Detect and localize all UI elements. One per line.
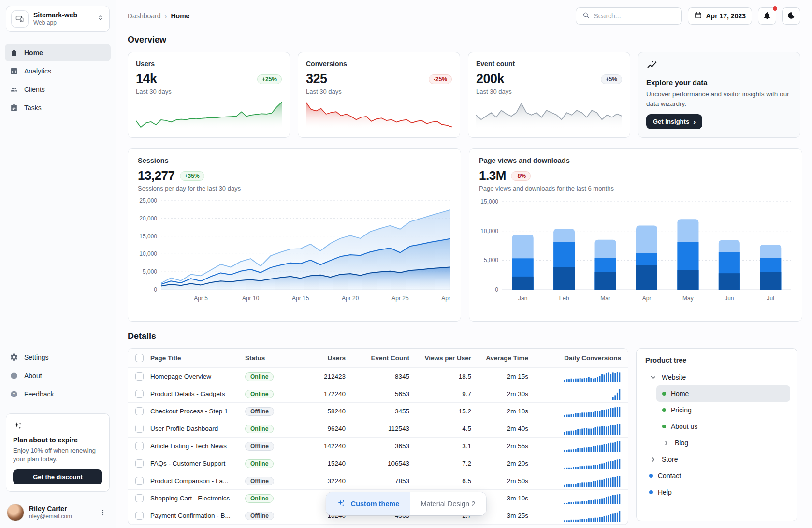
- daily-conversions-sparkline: [528, 406, 621, 417]
- select-all-checkbox[interactable]: [135, 354, 144, 362]
- custom-theme-option[interactable]: Custom theme: [326, 492, 410, 515]
- cell-page-title: Product Details - Gadgets: [150, 390, 245, 397]
- status-badge: Offline: [245, 442, 274, 451]
- col-event-count: Event Count: [346, 354, 409, 362]
- status-badge: Online: [245, 390, 274, 398]
- date-picker-button[interactable]: Apr 17, 2023: [688, 7, 753, 25]
- sidebar-item-label: Clients: [24, 86, 45, 93]
- insights-icon: [646, 60, 658, 73]
- tree-item-website[interactable]: Website: [643, 369, 790, 385]
- get-discount-button[interactable]: Get the discount: [13, 469, 102, 484]
- tree-item-about-us[interactable]: About us: [656, 418, 790, 435]
- dark-mode-toggle-button[interactable]: [782, 7, 800, 25]
- svg-text:Apr 20: Apr 20: [342, 295, 359, 302]
- row-checkbox[interactable]: [135, 372, 144, 381]
- tree-item-contact[interactable]: Contact: [643, 468, 790, 484]
- search-icon: [582, 11, 590, 21]
- cell-users: 15240: [291, 460, 346, 467]
- svg-text:Feb: Feb: [559, 295, 569, 302]
- unfold-more-icon: [97, 14, 104, 24]
- bell-icon: [763, 11, 771, 21]
- material-design-2-option[interactable]: Material Design 2: [410, 492, 486, 515]
- moon-icon: [787, 11, 796, 21]
- cell-page-title: Homepage Overview: [150, 373, 245, 380]
- pageviews-title: Page views and downloads: [479, 157, 792, 164]
- sessions-caption: Sessions per day for the last 30 days: [138, 185, 451, 192]
- table-row: FAQs - Customer Support Online 15240 106…: [128, 455, 628, 472]
- svg-text:Apr 10: Apr 10: [242, 295, 260, 302]
- sidebar-item-about[interactable]: About: [5, 367, 111, 384]
- sidebar-item-tasks[interactable]: Tasks: [5, 99, 111, 117]
- cell-event-count: 5653: [346, 390, 409, 397]
- cell-views-per-user: 15.2: [409, 408, 471, 415]
- stat-delta-badge: +25%: [257, 74, 282, 84]
- daily-conversions-sparkline: [528, 440, 621, 452]
- tree-item-label: Home: [671, 390, 689, 397]
- plan-card-title: Plan about to expire: [13, 436, 102, 444]
- tree-item-blog[interactable]: Blog: [656, 435, 790, 451]
- blue-dot-icon: [649, 490, 653, 494]
- status-badge: Offline: [245, 477, 274, 485]
- tree-item-home[interactable]: Home: [656, 385, 790, 402]
- tree-item-store[interactable]: Store: [643, 451, 790, 468]
- svg-text:Apr 25: Apr 25: [392, 295, 409, 302]
- row-checkbox[interactable]: [135, 477, 144, 485]
- chevron-right-icon: ›: [693, 118, 696, 125]
- sidebar: Sitemark-web Web app Home Analytics Clie…: [0, 0, 116, 528]
- row-checkbox[interactable]: [135, 512, 144, 520]
- get-insights-button[interactable]: Get insights ›: [646, 114, 702, 129]
- plan-expiry-card: Plan about to expire Enjoy 10% off when …: [6, 413, 110, 492]
- svg-text:5,000: 5,000: [143, 268, 157, 275]
- chevron-right-icon: [662, 439, 670, 447]
- cell-event-count: 3455: [346, 408, 409, 415]
- status-badge: Offline: [245, 512, 274, 520]
- workspace-selector[interactable]: Sitemark-web Web app: [6, 6, 110, 32]
- blue-dot-icon: [649, 474, 653, 478]
- main-content: Dashboard › Home: [116, 0, 812, 528]
- product-tree-title: Product tree: [643, 356, 790, 364]
- sessions-title: Sessions: [138, 157, 451, 164]
- row-checkbox[interactable]: [135, 442, 144, 450]
- row-checkbox[interactable]: [135, 390, 144, 398]
- status-badge: Offline: [245, 407, 274, 416]
- analytics-icon: [10, 67, 18, 75]
- breadcrumb-dashboard[interactable]: Dashboard: [128, 12, 161, 20]
- sidebar-item-label: About: [24, 372, 42, 380]
- cell-users: 172240: [291, 390, 346, 397]
- table-row: Product Comparison - La... Offline 32240…: [128, 472, 628, 490]
- info-icon: [10, 371, 18, 380]
- col-daily-conversions: Daily Conversions: [528, 354, 621, 362]
- cell-average-time: 2m 50s: [471, 477, 528, 484]
- row-checkbox[interactable]: [135, 407, 144, 415]
- chevron-down-icon: [649, 373, 657, 381]
- sidebar-item-clients[interactable]: Clients: [5, 81, 111, 98]
- notifications-button[interactable]: [758, 7, 776, 25]
- sidebar-item-feedback[interactable]: ? Feedback: [5, 385, 111, 403]
- row-checkbox[interactable]: [135, 494, 144, 502]
- sparkle-icon: [13, 424, 23, 432]
- promo-title: Explore your data: [646, 78, 708, 87]
- row-checkbox[interactable]: [135, 459, 144, 468]
- svg-text:Apr: Apr: [642, 295, 652, 302]
- sidebar-item-settings[interactable]: Settings: [5, 349, 111, 366]
- user-menu-kebab-icon[interactable]: [97, 507, 109, 518]
- row-checkbox[interactable]: [135, 425, 144, 433]
- promo-body: Uncover performance and visitor insights…: [646, 89, 792, 108]
- table-row: Checkout Process - Step 1 Offline 58240 …: [128, 403, 628, 420]
- search-box: [576, 7, 682, 25]
- sidebar-item-home[interactable]: Home: [5, 44, 111, 61]
- sessions-value: 13,277: [138, 168, 175, 183]
- daily-conversions-sparkline: [528, 423, 621, 435]
- stat-sparkline: [136, 99, 282, 130]
- tree-item-help[interactable]: Help: [643, 484, 790, 500]
- table-header-row: Page Title Status Users Event Count View…: [128, 349, 628, 368]
- svg-text:Jun: Jun: [725, 295, 734, 302]
- search-input[interactable]: [594, 12, 682, 20]
- tree-item-pricing[interactable]: Pricing: [656, 402, 790, 418]
- stat-value: 14k: [136, 72, 157, 87]
- svg-text:Apr 15: Apr 15: [292, 295, 309, 302]
- settings-icon: [10, 353, 18, 362]
- stat-delta-badge: +5%: [601, 74, 622, 84]
- stat-title: Event count: [476, 60, 622, 68]
- sidebar-item-analytics[interactable]: Analytics: [5, 62, 111, 80]
